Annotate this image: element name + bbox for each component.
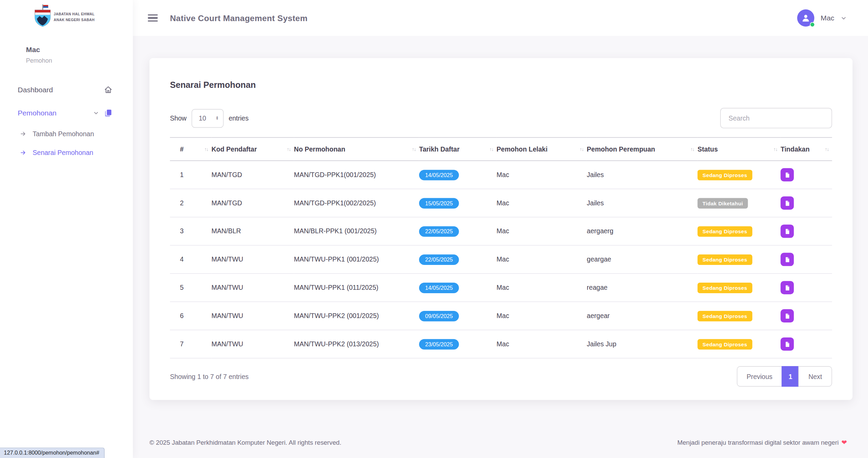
no-permohonan-cell: MAN/TGD-PPK1(002/2025): [294, 189, 419, 217]
sidebar-item-pemohonan-label: Pemohonan: [18, 109, 57, 117]
sidebar-item-dashboard[interactable]: Dashboard: [0, 78, 133, 101]
tarikh-daftar-pill: 14/05/2025: [419, 282, 459, 293]
kod-pendaftar-cell: MAN/TWU: [212, 273, 294, 302]
menu-toggle-icon[interactable]: [148, 14, 158, 22]
file-icon: [784, 285, 790, 291]
page-title: Senarai Permohonan: [170, 80, 832, 90]
applications-table: #↑↓ Kod Pendaftar↑↓ No Permohonan↑↓ Tari…: [170, 137, 832, 359]
sort-icons: ↑↓: [287, 146, 290, 152]
page-length-control: Show 10 ▲▼ entries: [170, 109, 249, 127]
file-icon: [784, 256, 790, 263]
app-logo-block: JABATAN HAL EHWAL ANAK NEGERI SABAH: [0, 0, 133, 30]
app-window: JABATAN HAL EHWAL ANAK NEGERI SABAH Mac …: [0, 0, 868, 458]
browser-status-bar: 127.0.0.1:8000/pemohon/pemohonan#: [0, 447, 105, 458]
page-footer: © 2025 Jabatan Perkhidmatan Komputer Neg…: [150, 439, 853, 446]
sidebar-item-dashboard-label: Dashboard: [18, 85, 53, 94]
row-number: 5: [170, 273, 212, 302]
pemohon-lelaki-cell: Mac: [497, 245, 587, 273]
tarikh-daftar-pill: 15/05/2025: [419, 198, 459, 208]
arrow-right-icon: [20, 130, 26, 137]
entries-label: entries: [229, 114, 249, 122]
sidebar-item-tambah-pemohonan[interactable]: Tambah Pemohonan: [0, 124, 133, 143]
header-user-name: Mac: [821, 14, 834, 22]
senarai-permohonan-card: Senarai Permohonan Show 10 ▲▼ entries: [150, 58, 853, 400]
row-number: 6: [170, 302, 212, 330]
file-icon: [784, 228, 790, 234]
chevron-down-icon: [93, 110, 99, 116]
sort-icons: ↑↓: [580, 146, 583, 152]
row-number: 4: [170, 245, 212, 273]
status-badge: Sedang Diproses: [698, 170, 752, 180]
pemohon-perempuan-cell: aergear: [587, 302, 698, 330]
sidebar-user-block: Mac Pemohon: [0, 30, 133, 64]
column-header-pemohon-lelaki[interactable]: Pemohon Lelaki↑↓: [497, 138, 587, 161]
table-row: 1 MAN/TGD MAN/TGD-PPK1(001/2025) 14/05/2…: [170, 161, 832, 189]
column-header-no-permohonan[interactable]: No Permohonan↑↓: [294, 138, 419, 161]
pagination: Previous 1 Next: [736, 366, 832, 386]
table-row: 6 MAN/TWU MAN/TWU-PPK2 (001/2025) 09/05/…: [170, 302, 832, 330]
pemohon-perempuan-cell: geargae: [587, 245, 698, 273]
search-input[interactable]: [720, 108, 832, 128]
view-document-button[interactable]: [780, 168, 794, 181]
heart-icon: ❤: [841, 439, 847, 446]
pemohon-perempuan-cell: Jailes: [587, 189, 698, 217]
pagination-page-1-button[interactable]: 1: [782, 366, 799, 386]
table-row: 2 MAN/TGD MAN/TGD-PPK1(002/2025) 15/05/2…: [170, 189, 832, 217]
status-badge: Sedang Diproses: [698, 311, 752, 321]
view-document-button[interactable]: [780, 309, 794, 322]
row-number: 1: [170, 161, 212, 189]
status-badge: Sedang Diproses: [698, 226, 752, 237]
view-document-button[interactable]: [780, 253, 794, 266]
user-menu[interactable]: Mac: [797, 10, 847, 27]
pemohon-lelaki-cell: Mac: [497, 330, 587, 358]
no-permohonan-cell: MAN/TWU-PPK1 (001/2025): [294, 245, 419, 273]
pagination-previous-button[interactable]: Previous: [736, 366, 782, 386]
app-title: Native Court Management System: [170, 13, 308, 23]
sidebar-item-senarai-pemohonan[interactable]: Senarai Pemohonan: [0, 143, 133, 162]
top-navbar: Native Court Management System Mac: [133, 0, 868, 36]
pemohon-lelaki-cell: Mac: [497, 161, 587, 189]
view-document-button[interactable]: [780, 281, 794, 294]
tarikh-daftar-pill: 14/05/2025: [419, 170, 459, 180]
content-area: Senarai Permohonan Show 10 ▲▼ entries: [133, 36, 868, 458]
column-header-tindakan[interactable]: Tindakan↑↓: [780, 138, 832, 161]
pemohon-lelaki-cell: Mac: [497, 189, 587, 217]
sort-icons: ↑↓: [489, 146, 493, 152]
column-header-index[interactable]: #↑↓: [170, 138, 212, 161]
table-controls: Show 10 ▲▼ entries: [170, 108, 832, 128]
copyright-text: © 2025 Jabatan Perkhidmatan Komputer Neg…: [150, 439, 341, 446]
show-label: Show: [170, 114, 187, 122]
user-avatar[interactable]: [797, 10, 814, 27]
column-header-pemohon-perempuan[interactable]: Pemohon Perempuan↑↓: [587, 138, 698, 161]
sort-icons: ↑↓: [204, 146, 208, 152]
tarikh-daftar-pill: 22/05/2025: [419, 226, 459, 237]
status-badge: Sedang Diproses: [698, 282, 752, 293]
column-header-status[interactable]: Status↑↓: [698, 138, 781, 161]
column-header-kod-pendaftar[interactable]: Kod Pendaftar↑↓: [212, 138, 294, 161]
row-number: 3: [170, 217, 212, 246]
sidebar-user-role: Pemohon: [26, 57, 133, 63]
sidebar-item-pemohonan[interactable]: Pemohonan: [0, 101, 133, 124]
pemohon-lelaki-cell: Mac: [497, 273, 587, 302]
column-header-tarikh-daftar[interactable]: Tarikh Daftar↑↓: [419, 138, 497, 161]
tarikh-daftar-pill: 09/05/2025: [419, 311, 459, 321]
home-icon: [104, 85, 112, 94]
row-number: 2: [170, 189, 212, 217]
view-document-button[interactable]: [780, 225, 794, 238]
pagination-next-button[interactable]: Next: [798, 366, 832, 386]
page-length-select[interactable]: 10 ▲▼: [192, 109, 224, 127]
view-document-button[interactable]: [780, 196, 794, 210]
status-badge: Tidak Diketahui: [698, 198, 748, 208]
view-document-button[interactable]: [780, 337, 794, 351]
sabah-crest-logo: [32, 4, 53, 30]
sidebar-user-name: Mac: [26, 45, 133, 53]
pemohon-lelaki-cell: Mac: [497, 217, 587, 246]
status-badge: Sedang Diproses: [698, 254, 752, 265]
no-permohonan-cell: MAN/TWU-PPK1 (011/2025): [294, 273, 419, 302]
pemohon-perempuan-cell: aergaerg: [587, 217, 698, 246]
sidebar-item-tambah-label: Tambah Pemohonan: [33, 130, 94, 138]
kod-pendaftar-cell: MAN/TWU: [212, 245, 294, 273]
pemohon-perempuan-cell: Jailes: [587, 161, 698, 189]
kod-pendaftar-cell: MAN/BLR: [212, 217, 294, 246]
no-permohonan-cell: MAN/TWU-PPK2 (001/2025): [294, 302, 419, 330]
